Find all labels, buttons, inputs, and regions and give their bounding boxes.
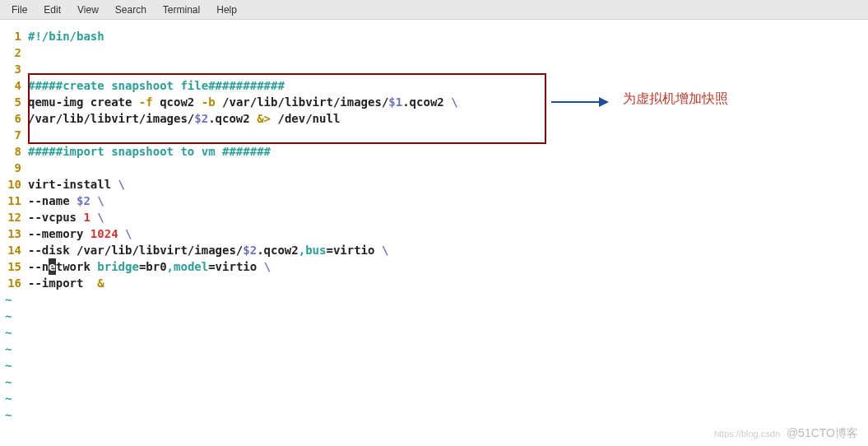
code-content[interactable]: --vcpus 1 \ [28,209,868,225]
tilde-icon: ~ [0,324,12,341]
token: \ [97,194,104,207]
menu-file[interactable]: File [3,2,35,17]
code-line[interactable]: 8#####import snapshoot to vm ####### [0,143,868,160]
token: /var/lib/libvirt/images/ [216,95,389,109]
watermark-right: @51CTO博客 [787,426,858,439]
empty-line: ~ [0,374,868,390]
code-line[interactable]: 9 [0,160,868,176]
token: --n [28,260,49,273]
line-number: 7 [0,127,28,143]
code-line[interactable]: 2 [0,44,868,61]
token: .qcow2 [402,95,451,109]
token: --vcpus [28,211,83,224]
code-content[interactable]: /var/lib/libvirt/images/$2.qcow2 &> /dev… [28,110,868,127]
line-number: 12 [0,209,28,225]
token: \ [118,178,125,191]
token: --memory [28,227,91,240]
watermark-left: https://blog.csdn [714,429,780,439]
code-line[interactable]: 13--memory 1024 \ [0,225,868,242]
tilde-icon: ~ [0,357,12,374]
tilde-icon: ~ [0,308,12,324]
code-content[interactable]: --memory 1024 \ [28,225,868,242]
token: qemu-img create [28,95,139,109]
token: \ [125,227,132,240]
code-content[interactable] [28,160,868,176]
token: --name [28,194,77,207]
tilde-icon: ~ [0,291,12,308]
menubar: FileEditViewSearchTerminalHelp [0,0,868,20]
token: \ [97,211,104,224]
line-number: 8 [0,143,28,160]
token: $2 [77,194,91,207]
token: twork [56,260,98,273]
empty-line: ~ [0,308,868,324]
token: qcow2 [153,95,202,109]
code-content[interactable]: virt-install \ [28,176,868,193]
token: #####import snapshoot to vm ####### [28,145,271,158]
menu-view[interactable]: View [69,2,107,17]
menu-help[interactable]: Help [208,2,245,17]
token: 1 [83,211,90,224]
token [118,227,125,240]
token: $2 [243,244,257,257]
token: 1024 [91,227,118,240]
line-number: 3 [0,61,28,77]
token: bridge [97,260,139,273]
code-content[interactable]: --import & [28,275,868,291]
token: /dev/null [271,112,340,125]
code-line[interactable]: 1#!/bin/bash [0,28,868,44]
code-content[interactable]: --network bridge=br0,model=virtio \ [28,258,868,275]
line-number: 5 [0,94,28,110]
code-content[interactable]: qemu-img create -f qcow2 -b /var/lib/lib… [28,94,868,110]
watermark: https://blog.csdn @51CTO博客 [714,426,858,441]
line-number: 16 [0,275,28,291]
code-line[interactable]: 16--import & [0,275,868,291]
code-line[interactable]: 4#####create snapshoot file########### [0,77,868,94]
line-number: 1 [0,28,28,44]
code-line[interactable]: 5qemu-img create -f qcow2 -b /var/lib/li… [0,94,868,110]
code-line[interactable]: 15--network bridge=br0,model=virtio \ [0,258,868,275]
token: -f [139,95,153,109]
code-content[interactable]: #####create snapshoot file########### [28,77,868,94]
code-content[interactable]: #!/bin/bash [28,28,868,44]
code-content[interactable] [28,61,868,77]
token: &> [257,112,271,125]
code-line[interactable]: 14--disk /var/lib/libvirt/images/$2.qcow… [0,242,868,258]
token: #####create snapshoot file########### [28,79,285,92]
annotation-text: 为虚拟机增加快照 [623,91,728,108]
code-content[interactable]: #####import snapshoot to vm ####### [28,143,868,160]
code-content[interactable] [28,44,868,61]
code-line[interactable]: 12--vcpus 1 \ [0,209,868,225]
token: /var/lib/libvirt/images/ [28,112,194,125]
menu-search[interactable]: Search [107,2,155,17]
empty-line: ~ [0,357,868,374]
tilde-icon: ~ [0,407,12,423]
line-number: 9 [0,160,28,176]
token: $1 [388,95,402,109]
code-line[interactable]: 10virt-install \ [0,176,868,193]
code-content[interactable]: --disk /var/lib/libvirt/images/$2.qcow2,… [28,242,868,258]
tilde-icon: ~ [0,341,12,357]
empty-line: ~ [0,324,868,341]
code-content[interactable]: --name $2 \ [28,193,868,209]
code-content[interactable] [28,127,868,143]
token: --disk /var/lib/libvirt/images/ [28,244,243,257]
svg-marker-1 [599,97,609,107]
code-line[interactable]: 11--name $2 \ [0,193,868,209]
code-line[interactable]: 6/var/lib/libvirt/images/$2.qcow2 &> /de… [0,110,868,127]
editor-area[interactable]: 1#!/bin/bash234#####create snapshoot fil… [0,20,868,423]
token: \ [382,244,388,257]
code-line[interactable]: 3 [0,61,868,77]
code-line[interactable]: 7 [0,127,868,143]
empty-line: ~ [0,291,868,308]
line-number: 14 [0,242,28,258]
token: \ [451,95,457,109]
menu-terminal[interactable]: Terminal [155,2,208,17]
token: =br0 [139,260,167,273]
line-number: 11 [0,193,28,209]
empty-line: ~ [0,407,868,423]
line-number: 4 [0,77,28,94]
cursor: e [49,258,55,275]
token: & [97,276,104,290]
menu-edit[interactable]: Edit [35,2,69,17]
